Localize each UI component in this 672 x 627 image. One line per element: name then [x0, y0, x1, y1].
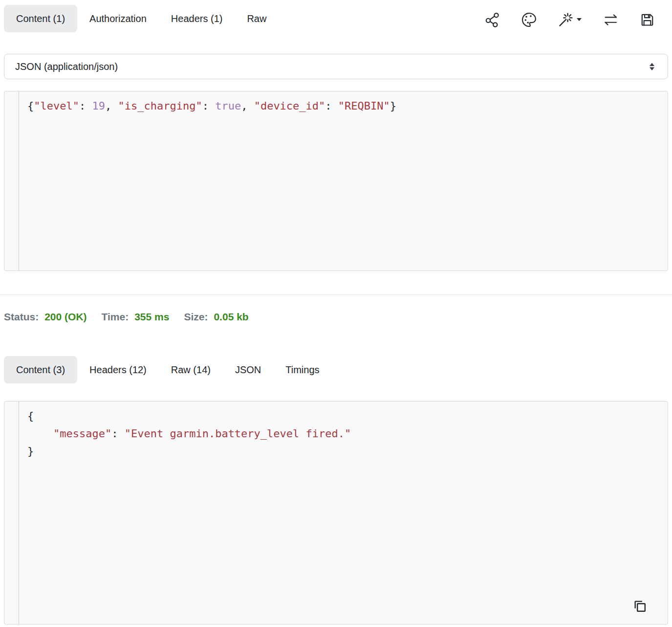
tab-label: Content (1) [16, 13, 65, 24]
tab-label: Headers (1) [171, 13, 223, 24]
tab-response-raw[interactable]: Raw (14) [159, 356, 223, 383]
tab-response-headers[interactable]: Headers (12) [77, 356, 159, 383]
content-type-select[interactable]: JSON (application/json) [4, 54, 668, 79]
select-caret-icon [647, 61, 657, 72]
status-code: Status: 200 (OK) [4, 311, 87, 323]
palette-icon[interactable] [521, 12, 537, 28]
tab-label: Timings [285, 364, 319, 376]
status-label: Status: [4, 311, 39, 323]
chevron-down-icon [576, 18, 582, 22]
tab-label: JSON [235, 364, 261, 376]
line-number-gutter [4, 402, 19, 624]
tab-label: Raw [247, 13, 266, 24]
tab-label: Content (3) [16, 364, 65, 376]
save-icon[interactable] [639, 12, 655, 28]
tab-label: Raw (14) [171, 364, 211, 376]
tab-label: Headers (12) [89, 364, 147, 376]
share-icon[interactable] [484, 12, 500, 28]
request-body-editor[interactable]: {"level": 19, "is_charging": true, "devi… [4, 91, 668, 271]
response-tab-bar: Content (3) Headers (12) Raw (14) JSON T… [4, 356, 668, 383]
response-status-bar: Status: 200 (OK) Time: 355 ms Size: 0.05… [4, 311, 668, 323]
line-number-gutter [4, 91, 19, 270]
tab-label: Authorization [89, 13, 147, 24]
status-size: Size: 0.05 kb [184, 311, 248, 323]
tab-response-timings[interactable]: Timings [273, 356, 331, 383]
status-value: 355 ms [134, 311, 169, 323]
copy-icon[interactable] [631, 598, 648, 616]
swap-icon[interactable] [603, 12, 619, 28]
status-time: Time: 355 ms [102, 311, 170, 323]
tab-request-authorization[interactable]: Authorization [77, 5, 159, 32]
tab-request-content[interactable]: Content (1) [4, 5, 77, 32]
content-type-selected-value: JSON (application/json) [15, 61, 118, 72]
request-tab-bar: Content (1) Authorization Headers (1) Ra… [4, 5, 668, 32]
tab-request-headers[interactable]: Headers (1) [159, 5, 235, 32]
magic-wand-icon[interactable] [558, 12, 582, 28]
status-value: 200 (OK) [44, 311, 87, 323]
tab-response-json[interactable]: JSON [223, 356, 273, 383]
status-label: Time: [102, 311, 129, 323]
status-label: Size: [184, 311, 208, 323]
request-body-code[interactable]: {"level": 19, "is_charging": true, "devi… [20, 91, 668, 270]
response-body-viewer: { "message": "Event garmin.battery_level… [4, 401, 668, 625]
section-divider [0, 294, 672, 295]
response-body-code: { "message": "Event garmin.battery_level… [20, 402, 668, 624]
tab-response-content[interactable]: Content (3) [4, 356, 77, 383]
status-value: 0.05 kb [214, 311, 248, 323]
tab-request-raw[interactable]: Raw [235, 5, 279, 32]
request-toolbar [484, 7, 668, 32]
